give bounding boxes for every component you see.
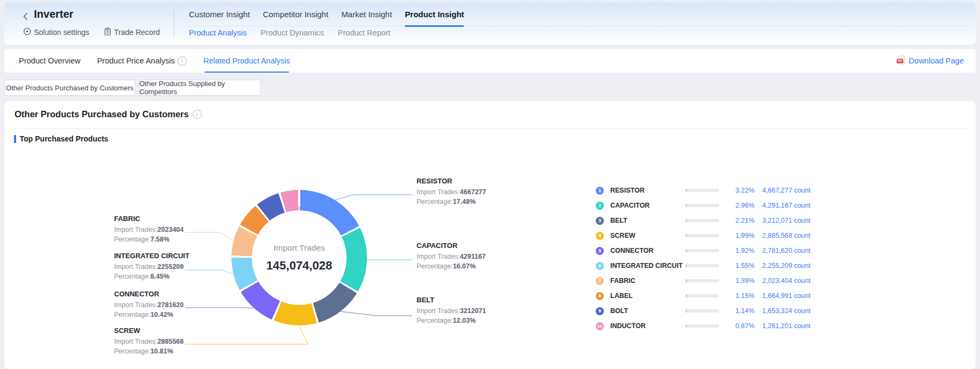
rank-progress-track <box>686 204 719 207</box>
ranking-row[interactable]: 7FABRIC1.39%2,023,404 count <box>596 273 810 288</box>
donut-chart-area: Import Trades 145,074,028 FABRICImport T… <box>4 144 976 367</box>
subsection-title: Top Purchased Products <box>20 134 109 143</box>
svg-text:PDF: PDF <box>897 60 903 62</box>
rank-count: 2,781,620 count <box>761 247 810 254</box>
ranking-row[interactable]: 8LABEL1.15%1,664,991 count <box>596 288 810 303</box>
nav-product-overview[interactable]: Product Overview <box>19 49 80 73</box>
rank-product-name: CONNECTOR <box>610 247 686 254</box>
top-tabs: Customer Insight Competitor Insight Mark… <box>189 2 967 26</box>
rank-percentage: 2.21% <box>727 217 755 224</box>
info-icon[interactable] <box>178 56 187 66</box>
rank-progress-track <box>686 249 719 252</box>
tab-competitor-insight[interactable]: Competitor Insight <box>263 2 328 26</box>
subtab-product-report[interactable]: Product Report <box>338 29 391 37</box>
subsection-row: Top Purchased Products <box>14 134 108 143</box>
rank-progress-track <box>686 294 719 297</box>
header-card: Inverter Solution settings Trade Record … <box>4 2 976 45</box>
donut-center-value: 145,074,028 <box>266 259 332 273</box>
ranking-row[interactable]: 2CAPACITOR2.96%4,291,167 count <box>596 198 810 213</box>
trade-record-button[interactable]: Trade Record <box>104 27 160 37</box>
callout-import-trades: Import Trades:2023404 <box>114 225 211 235</box>
section-divider <box>15 128 967 129</box>
tab-market-insight[interactable]: Market Insight <box>341 2 392 26</box>
rank-progress-track <box>686 189 719 192</box>
leader-line <box>341 311 412 316</box>
nav-product-price-analysis[interactable]: Product Price Analysis <box>97 49 186 73</box>
rank-product-name: INTEGRATED CIRCUIT <box>610 262 686 269</box>
rank-progress-track <box>686 309 719 313</box>
callout-import-trades: Import Trades:2885568 <box>114 337 211 346</box>
rank-progress-fill <box>686 204 687 207</box>
rank-badge: 4 <box>596 232 604 240</box>
rank-percentage: 1.99% <box>727 232 755 239</box>
rank-product-name: LABEL <box>610 292 686 300</box>
donut-callout: BELTImport Trades:3212071Percentage:12.0… <box>417 296 513 325</box>
rank-progress-track <box>686 324 719 328</box>
ranking-row[interactable]: 1RESISTOR3.22%4,667,277 count <box>596 183 810 198</box>
download-page-button[interactable]: PDF Download Page <box>896 49 964 73</box>
ranking-row[interactable]: 9BOLT1.14%1,653,324 count <box>596 303 810 318</box>
tab-product-insight[interactable]: Product Insight <box>405 2 464 26</box>
ranking-list: 1RESISTOR3.22%4,667,277 count2CAPACITOR2… <box>596 183 810 333</box>
donut-center: Import Trades 145,074,028 <box>252 210 347 305</box>
callout-import-trades: Import Trades:3212071 <box>417 306 513 316</box>
rank-count: 4,667,277 count <box>761 187 810 194</box>
rank-progress-track <box>686 279 719 282</box>
rank-count: 4,291,167 count <box>761 202 810 209</box>
subsection-accent-bar <box>14 135 16 143</box>
rank-count: 1,261,201 count <box>761 322 810 330</box>
rank-percentage: 3.22% <box>727 187 755 194</box>
rank-count: 1,664,991 count <box>761 292 810 300</box>
ranking-row[interactable]: 6INTEGRATED CIRCUIT1.55%2,255,209 count <box>596 258 810 273</box>
rank-product-name: BELT <box>610 217 686 224</box>
header-divider <box>174 10 174 37</box>
rank-badge: 1 <box>596 187 604 195</box>
ranking-row[interactable]: 4SCREW1.99%2,885,568 count <box>596 228 810 243</box>
tab-customer-insight[interactable]: Customer Insight <box>189 2 250 26</box>
rank-percentage: 2.96% <box>727 202 755 209</box>
nav-items: Product Overview Product Price Analysis … <box>19 49 290 73</box>
callout-product-name: CAPACITOR <box>417 242 513 250</box>
callout-product-name: BELT <box>417 296 513 304</box>
ranking-row[interactable]: 10INDUCTOR0.87%1,261,201 count <box>596 318 810 333</box>
rank-progress-fill <box>686 324 687 328</box>
clipboard-icon <box>104 27 111 37</box>
rank-badge: 7 <box>596 277 604 285</box>
section-title: Other Products Purchased by Customers <box>15 109 189 119</box>
page-title: Inverter <box>34 8 73 20</box>
donut-callout: FABRICImport Trades:2023404Percentage:7.… <box>114 215 211 244</box>
ranking-row[interactable]: 3BELT2.21%3,212,071 count <box>596 213 810 228</box>
rank-count: 2,023,404 count <box>761 277 810 285</box>
nav-product-price-analysis-label: Product Price Analysis <box>97 56 174 65</box>
callout-percentage: Percentage:8.45% <box>114 272 211 281</box>
rank-count: 2,885,568 count <box>761 232 810 239</box>
rank-percentage: 1.39% <box>727 277 755 285</box>
subtab-product-analysis[interactable]: Product Analysis <box>189 29 246 37</box>
rank-percentage: 1.14% <box>727 307 755 315</box>
rank-percentage: 0.87% <box>727 322 755 330</box>
donut-callout: RESISTORImport Trades:4667277Percentage:… <box>417 177 513 207</box>
rank-percentage: 1.55% <box>727 262 755 269</box>
filter-other-products-purchased[interactable]: Other Products Purchased by Customers <box>4 80 135 96</box>
rank-progress-fill <box>686 219 687 222</box>
trade-record-label: Trade Record <box>114 28 160 37</box>
rank-badge: 9 <box>596 307 604 315</box>
solution-settings-button[interactable]: Solution settings <box>23 27 89 37</box>
rank-progress-fill <box>686 234 687 237</box>
subtab-product-dynamics[interactable]: Product Dynamics <box>260 29 324 37</box>
rank-progress-fill <box>686 309 687 313</box>
callout-percentage: Percentage:16.07% <box>417 261 513 271</box>
donut-chart[interactable]: Import Trades 145,074,028 <box>231 190 367 325</box>
callout-product-name: SCREW <box>114 327 211 335</box>
rank-product-name: SCREW <box>610 232 686 239</box>
rank-badge: 6 <box>596 262 604 270</box>
callout-percentage: Percentage:10.81% <box>114 346 211 356</box>
ranking-row[interactable]: 5CONNECTOR1.92%2,781,620 count <box>596 243 810 258</box>
filter-other-products-supplied[interactable]: Other Products Supplied by Competitors <box>139 80 261 96</box>
back-icon[interactable] <box>23 11 30 22</box>
callout-import-trades: Import Trades:4291167 <box>417 252 513 261</box>
info-icon[interactable] <box>193 110 202 119</box>
nav-related-product-analysis[interactable]: Related Product Analysis <box>203 49 290 73</box>
rank-badge: 10 <box>596 322 604 330</box>
callout-product-name: CONNECTOR <box>114 290 211 298</box>
